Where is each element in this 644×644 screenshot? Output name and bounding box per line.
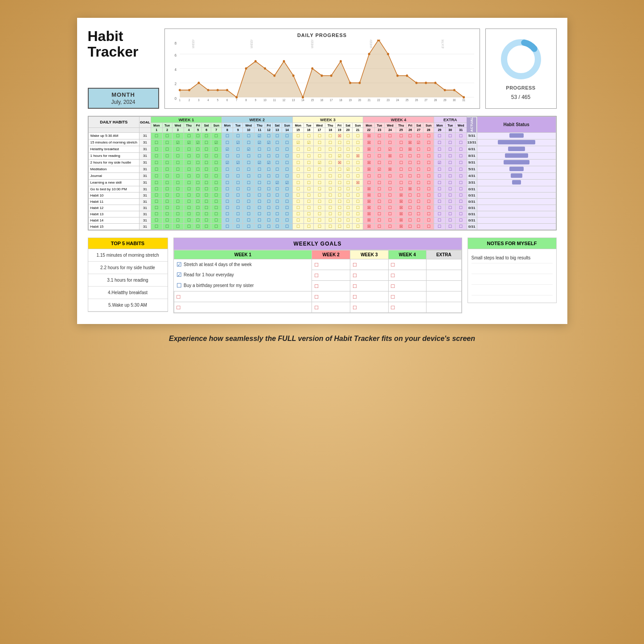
day-cell[interactable]: ☐ [194,179,202,186]
day-cell[interactable]: ☐ [162,139,172,146]
day-cell[interactable]: ☐ [396,166,406,172]
day-cell[interactable]: ☐ [162,223,172,230]
day-cell[interactable]: ☐ [343,186,352,192]
day-cell[interactable]: ☒ [363,166,375,172]
day-cell[interactable]: ☐ [292,179,304,186]
day-cell[interactable]: ☐ [314,179,325,186]
day-cell[interactable]: ☐ [325,166,336,172]
day-cell[interactable]: ☒ [396,192,406,198]
day-cell[interactable]: ☐ [304,186,314,192]
day-cell[interactable]: ☐ [434,152,446,159]
day-cell[interactable]: ☐ [211,146,222,152]
day-cell[interactable]: ☐ [151,172,163,179]
day-cell[interactable]: ☐ [336,186,344,192]
day-cell[interactable]: ☐ [353,132,363,139]
day-cell[interactable]: ☐ [243,217,254,223]
day-cell[interactable]: ☐ [374,192,384,198]
day-cell[interactable]: ☐ [434,146,446,152]
day-cell[interactable]: ☐ [243,223,254,230]
day-cell[interactable]: ☐ [455,159,467,166]
day-cell[interactable]: ☐ [414,132,423,139]
day-cell[interactable]: ☒ [384,152,396,159]
day-cell[interactable]: ☐ [151,211,163,217]
day-cell[interactable]: ☐ [353,166,363,172]
day-cell[interactable]: ☐ [384,179,396,186]
day-cell[interactable]: ☒ [353,152,363,159]
day-cell[interactable]: ☐ [162,166,172,172]
day-cell[interactable]: ☐ [414,217,423,223]
day-cell[interactable]: ☐ [265,179,273,186]
day-cell[interactable]: ☐ [445,139,455,146]
day-cell[interactable]: ☐ [202,159,211,166]
day-cell[interactable]: ☒ [363,159,375,166]
day-cell[interactable]: ☐ [194,159,202,166]
day-cell[interactable]: ☐ [265,223,273,230]
day-cell[interactable]: ☐ [282,205,292,211]
day-cell[interactable]: ☐ [202,223,211,230]
day-cell[interactable]: ☐ [151,179,163,186]
day-cell[interactable]: ☐ [273,217,282,223]
wg-check-1-w4[interactable]: □ [388,259,427,270]
day-cell[interactable]: ☐ [265,205,273,211]
day-cell[interactable]: ☐ [314,172,325,179]
day-cell[interactable]: ☐ [314,223,325,230]
day-cell[interactable]: ☐ [384,198,396,205]
day-cell[interactable]: ☐ [273,198,282,205]
day-cell[interactable]: ☐ [292,186,304,192]
day-cell[interactable]: ☐ [222,172,233,179]
day-cell[interactable]: ☐ [222,198,233,205]
day-cell[interactable]: ☐ [314,205,325,211]
day-cell[interactable]: ☐ [254,179,265,186]
day-cell[interactable]: ☐ [325,205,336,211]
day-cell[interactable]: ☐ [282,223,292,230]
day-cell[interactable]: ☐ [414,146,423,152]
day-cell[interactable]: ☐ [282,139,292,146]
day-cell[interactable]: ☐ [434,186,446,192]
day-cell[interactable]: ☐ [202,198,211,205]
day-cell[interactable]: ☐ [265,211,273,217]
day-cell[interactable]: ☐ [172,159,184,166]
day-cell[interactable]: ☐ [162,152,172,159]
day-cell[interactable]: ☐ [314,139,325,146]
day-cell[interactable]: ☐ [233,223,243,230]
day-cell[interactable]: ☐ [162,179,172,186]
day-cell[interactable]: ☐ [211,132,222,139]
day-cell[interactable]: ☐ [194,132,202,139]
day-cell[interactable]: ☐ [194,211,202,217]
day-cell[interactable]: ☐ [423,146,434,152]
day-cell[interactable]: ☐ [243,172,254,179]
day-cell[interactable]: ☐ [243,152,254,159]
day-cell[interactable]: ☐ [304,192,314,198]
day-cell[interactable]: ☐ [423,179,434,186]
day-cell[interactable]: ☐ [445,179,455,186]
day-cell[interactable]: ☐ [374,217,384,223]
day-cell[interactable]: ☐ [423,159,434,166]
day-cell[interactable]: ☐ [384,211,396,217]
day-cell[interactable]: ☐ [151,192,163,198]
day-cell[interactable]: ☑ [265,159,273,166]
day-cell[interactable]: ☐ [222,179,233,186]
day-cell[interactable]: ☐ [363,179,375,186]
day-cell[interactable]: ☐ [304,179,314,186]
day-cell[interactable]: ☐ [414,205,423,211]
day-cell[interactable]: ☐ [455,205,467,211]
day-cell[interactable]: ☐ [343,159,352,166]
day-cell[interactable]: ☐ [162,211,172,217]
day-cell[interactable]: ☐ [254,172,265,179]
day-cell[interactable]: ☐ [273,159,282,166]
day-cell[interactable]: ☐ [151,152,163,159]
day-cell[interactable]: ☑ [211,139,222,146]
day-cell[interactable]: ☐ [396,146,406,152]
day-cell[interactable]: ☐ [384,217,396,223]
day-cell[interactable]: ☑ [172,139,184,146]
day-cell[interactable]: ☒ [363,198,375,205]
day-cell[interactable]: ☐ [222,139,233,146]
day-cell[interactable]: ☐ [374,223,384,230]
day-cell[interactable]: ☐ [233,217,243,223]
day-cell[interactable]: ☒ [336,159,344,166]
day-cell[interactable]: ☐ [414,172,423,179]
wg-check-3-w2[interactable]: □ [312,280,350,291]
day-cell[interactable]: ☐ [455,211,467,217]
day-cell[interactable]: ☐ [406,205,414,211]
day-cell[interactable]: ☐ [314,132,325,139]
